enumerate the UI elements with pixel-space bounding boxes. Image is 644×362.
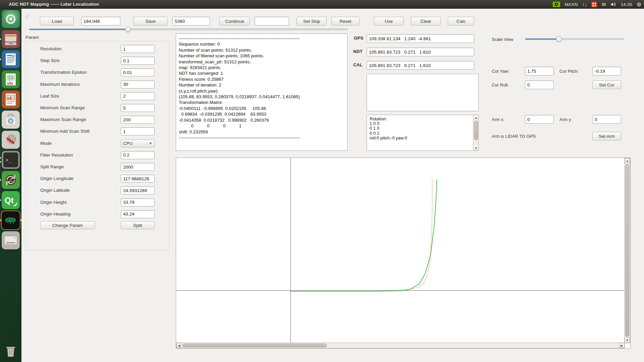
rotation-scroll-up-icon[interactable]: ▲ [473, 115, 479, 120]
param-row: Minimum Add Scan Shift [26, 127, 169, 135]
plot-canvas[interactable] [176, 158, 625, 343]
running-indicator-icon [0, 157, 1, 159]
scale-view-slider[interactable] [525, 38, 624, 40]
param-row: Maximum Iterations [26, 80, 169, 88]
dock-item-libreoffice-impress[interactable] [2, 90, 20, 109]
set-skip-button[interactable]: Set Skip [297, 17, 327, 25]
mode-label: Mode [40, 141, 52, 146]
origin-heading-input[interactable] [121, 210, 155, 218]
maximum-iterations-input[interactable] [121, 80, 155, 88]
origin-height-input[interactable] [121, 198, 155, 206]
dock-item-libreoffice-writer[interactable] [2, 50, 20, 68]
save-button[interactable]: Save [133, 17, 168, 25]
continue-value-input[interactable] [255, 17, 289, 25]
minimum-scan-range-label: Minimum Scan Range [40, 105, 85, 110]
leaf-size-input[interactable] [121, 92, 155, 100]
volume-icon[interactable] [610, 2, 616, 7]
origin-longitude-input[interactable] [121, 175, 155, 183]
software-center-icon [2, 111, 20, 129]
cal-value-input[interactable] [367, 61, 474, 70]
dock-item-libreoffice-calc[interactable] [2, 70, 20, 88]
dock-item-system-settings[interactable] [2, 131, 20, 149]
param-group-box: Change Param Split ResolutionStep SizeTr… [25, 41, 169, 250]
toolbar-grip-handle[interactable] [25, 14, 29, 19]
rotation-box[interactable]: Rotation: 1 0 0 0 1 0 0 0 1 roll:0 pitch… [367, 115, 479, 151]
rotation-scrollbar[interactable]: ▲ ▼ [473, 115, 478, 150]
reset-button[interactable]: Reset [331, 17, 360, 25]
ndt-value-input[interactable] [367, 48, 474, 56]
save-value-input[interactable] [172, 17, 210, 25]
param-row: Split Range [26, 163, 169, 171]
dock-item-terminal[interactable]: >_ [2, 151, 20, 169]
plot-vscroll-thumb[interactable] [625, 164, 629, 337]
svg-text:A: A [9, 177, 12, 183]
dock-item-qt-creator[interactable]: Qt [2, 191, 20, 209]
plot-green-trajectory [290, 180, 437, 291]
set-cor-button[interactable]: Set Cor [592, 80, 621, 89]
dock-item-software-updater[interactable]: A [2, 171, 20, 189]
change-param-button[interactable]: Change Param [40, 221, 95, 229]
filter-resolution-input[interactable] [121, 151, 155, 159]
focused-indicator-icon [20, 219, 22, 222]
running-indicator-icon [0, 161, 1, 163]
origin-latitude-input[interactable] [121, 186, 155, 194]
minimum-scan-range-input[interactable] [121, 104, 155, 112]
timeline-slider[interactable] [29, 28, 348, 30]
libreoffice-calc-icon [2, 70, 20, 88]
arm-y-input[interactable] [592, 115, 621, 124]
plot-scroll-down-icon[interactable]: ▼ [625, 338, 630, 343]
maximum-scan-range-label: Maximum Scan Range [40, 117, 86, 122]
arm-x-input[interactable] [525, 115, 554, 124]
dock-item-software-center[interactable] [2, 111, 20, 129]
dock-item-lidar-viewer[interactable] [2, 211, 20, 229]
plot-scroll-right-icon[interactable]: ▶ [619, 343, 625, 348]
load-value-input[interactable] [81, 17, 120, 25]
timeline-slider-handle[interactable] [125, 26, 131, 32]
maximum-scan-range-input[interactable] [121, 116, 155, 124]
continue-button[interactable]: Conitinue [219, 17, 250, 25]
param-row: ModeCPU▼ [26, 139, 169, 147]
set-arm-button[interactable]: Set Arm [592, 132, 621, 140]
minimum-add-scan-shift-input[interactable] [121, 127, 155, 135]
calc-button[interactable]: Calc [448, 17, 474, 25]
arm-note-label: Arm is LIDAR TO GPS: [492, 134, 537, 139]
dock-item-dash-home[interactable] [2, 10, 20, 28]
cor-pitch-input[interactable] [592, 67, 621, 75]
plot-vscrollbar[interactable]: ▲ ▼ [624, 158, 630, 343]
dock-item-files[interactable] [2, 30, 20, 48]
plot-hscroll-thumb[interactable] [182, 344, 327, 347]
gps-label: GPS [354, 36, 364, 41]
mode-selected-value: CPU [123, 141, 133, 146]
gps-value-input[interactable] [367, 34, 474, 43]
cor-pitch-label: Cor Pitch: [559, 69, 579, 74]
mode-select[interactable]: CPU▼ [121, 139, 155, 147]
plot-scroll-left-icon[interactable]: ◀ [176, 343, 182, 348]
cor-yaw-input[interactable] [525, 67, 554, 75]
clear-button[interactable]: Clear [411, 17, 441, 25]
nvidia-icon[interactable] [553, 2, 560, 7]
session-gear-icon[interactable]: ⚙ [637, 1, 641, 8]
cor-roll-input[interactable] [525, 80, 554, 89]
plot-hscrollbar[interactable]: ◀ ▶ [176, 343, 625, 348]
rotation-scroll-down-icon[interactable]: ▼ [473, 145, 479, 150]
scale-view-slider-handle[interactable] [556, 36, 562, 42]
network-arrows-icon[interactable]: ↑↓ [582, 2, 587, 7]
software-updater-icon: A [2, 171, 20, 189]
clock[interactable]: 14:35 [621, 2, 632, 7]
fcitx-icon[interactable] [591, 2, 597, 7]
transformation-epsilon-input[interactable] [121, 68, 155, 76]
nvidia-mode-label[interactable]: MAXN [565, 2, 578, 7]
mail-icon[interactable]: ✉ [601, 1, 606, 8]
log-output[interactable]: ----------------------------------------… [176, 34, 347, 151]
dock-item-disk[interactable] [2, 231, 20, 249]
param-row: Leaf Size [26, 92, 169, 100]
step-size-input[interactable] [121, 57, 155, 65]
split-range-input[interactable] [121, 163, 155, 171]
use-button[interactable]: Use [374, 17, 404, 25]
rotation-scroll-thumb[interactable] [474, 121, 478, 140]
dock-item-trash[interactable] [2, 342, 20, 360]
plot-scroll-up-icon[interactable]: ▲ [625, 158, 630, 164]
split-button[interactable]: Split [121, 221, 155, 229]
resolution-input[interactable] [121, 45, 155, 53]
load-button[interactable]: Load [40, 17, 74, 25]
